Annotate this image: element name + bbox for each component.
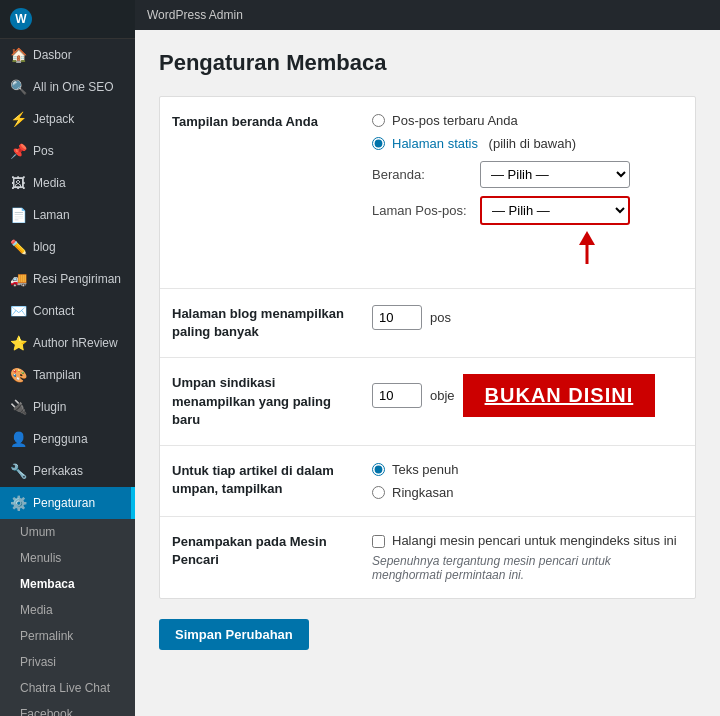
beranda-sub-label: Beranda: xyxy=(372,167,472,182)
red-arrow-svg xyxy=(567,229,607,269)
sidebar-item-label: Pos xyxy=(33,144,54,158)
halaman-statis-radio[interactable] xyxy=(372,137,385,150)
sidebar-item-label: Plugin xyxy=(33,400,66,414)
save-button[interactable]: Simpan Perubahan xyxy=(159,619,309,650)
pengaturan-submenu: Umum Menulis Membaca Media Permalink Pri… xyxy=(0,519,135,716)
umpan-sindikasi-suffix: obje xyxy=(430,388,455,403)
pengaturan-icon: ⚙️ xyxy=(10,495,26,511)
sidebar-item-label: Pengaturan xyxy=(33,496,95,510)
sidebar-item-media[interactable]: 🖼 Media xyxy=(0,167,135,199)
umpan-number-row: obje BUKAN DISINI xyxy=(372,374,683,417)
content-area: Pengaturan Membaca Tampilan beranda Anda… xyxy=(135,30,720,716)
plugin-icon: 🔌 xyxy=(10,399,26,415)
perkakas-icon: 🔧 xyxy=(10,463,26,479)
halaman-blog-row: Halaman blog menampilkan paling banyak p… xyxy=(160,289,695,358)
mesin-pencari-checkbox-text: Halangi mesin pencari untuk mengindeks s… xyxy=(392,533,677,548)
artikel-radio-group: Teks penuh Ringkasan xyxy=(372,462,683,500)
halaman-statis-link[interactable]: Halaman statis xyxy=(392,136,478,151)
sidebar-item-pos[interactable]: 📌 Pos xyxy=(0,135,135,167)
pos-terbaru-radio[interactable] xyxy=(372,114,385,127)
laman-icon: 📄 xyxy=(10,207,26,223)
sidebar-item-plugin[interactable]: 🔌 Plugin xyxy=(0,391,135,423)
sidebar-item-laman[interactable]: 📄 Laman xyxy=(0,199,135,231)
submenu-chatra-live-chat[interactable]: Chatra Live Chat xyxy=(0,675,135,701)
tampilan-beranda-control: Pos-pos terbaru Anda Halaman statis (pil… xyxy=(372,113,683,272)
sidebar-item-resi-pengiriman[interactable]: 🚚 Resi Pengiriman xyxy=(0,263,135,295)
arrow-annotation xyxy=(567,229,683,272)
sidebar-item-tampilan[interactable]: 🎨 Tampilan xyxy=(0,359,135,391)
pos-terbaru-label: Pos-pos terbaru Anda xyxy=(392,113,518,128)
teks-penuh-label: Teks penuh xyxy=(392,462,459,477)
jetpack-icon: ⚡ xyxy=(10,111,26,127)
tampilan-icon: 🎨 xyxy=(10,367,26,383)
halaman-blog-input[interactable] xyxy=(372,305,422,330)
halaman-statis-option[interactable]: Halaman statis (pilih di bawah) xyxy=(372,136,683,151)
sidebar-item-pengguna[interactable]: 👤 Pengguna xyxy=(0,423,135,455)
submenu-membaca[interactable]: Membaca xyxy=(0,571,135,597)
umpan-sindikasi-control: obje BUKAN DISINI xyxy=(372,374,683,417)
laman-pos-pos-row: Laman Pos-pos: — Pilih — xyxy=(372,196,683,225)
submenu-menulis[interactable]: Menulis xyxy=(0,545,135,571)
halaman-blog-suffix: pos xyxy=(430,310,451,325)
laman-pos-pos-label: Laman Pos-pos: xyxy=(372,203,472,218)
tiap-artikel-label: Untuk tiap artikel di dalam umpan, tampi… xyxy=(172,462,372,498)
sidebar-item-author-hreview[interactable]: ⭐ Author hReview xyxy=(0,327,135,359)
mesin-pencari-control: Halangi mesin pencari untuk mengindeks s… xyxy=(372,533,683,582)
tiap-artikel-control: Teks penuh Ringkasan xyxy=(372,462,683,500)
sidebar-item-all-in-one-seo[interactable]: 🔍 All in One SEO xyxy=(0,71,135,103)
ringkasan-option[interactable]: Ringkasan xyxy=(372,485,683,500)
sub-controls: Beranda: — Pilih — Laman Pos-pos: — Pili… xyxy=(372,161,683,225)
sidebar: W 🏠 Dasbor 🔍 All in One SEO ⚡ Jetpack 📌 … xyxy=(0,0,135,716)
beranda-sub-row: Beranda: — Pilih — xyxy=(372,161,683,188)
ringkasan-label: Ringkasan xyxy=(392,485,453,500)
tiap-artikel-row: Untuk tiap artikel di dalam umpan, tampi… xyxy=(160,446,695,517)
sidebar-item-label: blog xyxy=(33,240,56,254)
mesin-pencari-label: Penampakan pada Mesin Pencari xyxy=(172,533,372,569)
hreview-icon: ⭐ xyxy=(10,335,26,351)
umpan-sindikasi-input[interactable] xyxy=(372,383,422,408)
ringkasan-radio[interactable] xyxy=(372,486,385,499)
sidebar-item-blog[interactable]: ✏️ blog xyxy=(0,231,135,263)
sidebar-item-label: Pengguna xyxy=(33,432,88,446)
teks-penuh-option[interactable]: Teks penuh xyxy=(372,462,683,477)
sidebar-item-label: Author hReview xyxy=(33,336,118,350)
save-section: Simpan Perubahan xyxy=(159,619,696,650)
tampilan-beranda-label: Tampilan beranda Anda xyxy=(172,113,372,131)
sidebar-item-label: Tampilan xyxy=(33,368,81,382)
beranda-select[interactable]: — Pilih — xyxy=(480,161,630,188)
halaman-statis-suffix: (pilih di bawah) xyxy=(485,136,576,151)
submenu-permalink[interactable]: Permalink xyxy=(0,623,135,649)
sidebar-item-label: Laman xyxy=(33,208,70,222)
mesin-pencari-row: Penampakan pada Mesin Pencari Halangi me… xyxy=(160,517,695,598)
sidebar-logo: W xyxy=(0,0,135,39)
contact-icon: ✉️ xyxy=(10,303,26,319)
beranda-radio-group: Pos-pos terbaru Anda Halaman statis (pil… xyxy=(372,113,683,151)
active-indicator xyxy=(131,487,135,519)
sidebar-item-jetpack[interactable]: ⚡ Jetpack xyxy=(0,103,135,135)
blog-icon: ✏️ xyxy=(10,239,26,255)
halaman-blog-label: Halaman blog menampilkan paling banyak xyxy=(172,305,372,341)
sidebar-item-perkakas[interactable]: 🔧 Perkakas xyxy=(0,455,135,487)
submenu-facebook-comments[interactable]: Facebook Comments xyxy=(0,701,135,716)
pos-terbaru-option[interactable]: Pos-pos terbaru Anda xyxy=(372,113,683,128)
sidebar-item-label: Media xyxy=(33,176,66,190)
submenu-umum[interactable]: Umum xyxy=(0,519,135,545)
sidebar-item-dasbor[interactable]: 🏠 Dasbor xyxy=(0,39,135,71)
sidebar-item-contact[interactable]: ✉️ Contact xyxy=(0,295,135,327)
admin-bar-text: WordPress Admin xyxy=(147,8,243,22)
laman-pos-pos-select[interactable]: — Pilih — xyxy=(480,196,630,225)
resi-icon: 🚚 xyxy=(10,271,26,287)
mesin-pencari-checkbox-label[interactable]: Halangi mesin pencari untuk mengindeks s… xyxy=(372,533,683,548)
teks-penuh-radio[interactable] xyxy=(372,463,385,476)
submenu-privasi[interactable]: Privasi xyxy=(0,649,135,675)
pengguna-icon: 👤 xyxy=(10,431,26,447)
sidebar-item-pengaturan[interactable]: ⚙️ Pengaturan xyxy=(0,487,135,519)
seo-icon: 🔍 xyxy=(10,79,26,95)
submenu-media[interactable]: Media xyxy=(0,597,135,623)
admin-bar: WordPress Admin xyxy=(135,0,720,30)
halaman-blog-control: pos xyxy=(372,305,683,330)
bukan-disini-banner: BUKAN DISINI xyxy=(463,374,656,417)
settings-container: Tampilan beranda Anda Pos-pos terbaru An… xyxy=(159,96,696,599)
umpan-sindikasi-label: Umpan sindikasi menampilkan yang paling … xyxy=(172,374,372,429)
mesin-pencari-checkbox[interactable] xyxy=(372,535,385,548)
